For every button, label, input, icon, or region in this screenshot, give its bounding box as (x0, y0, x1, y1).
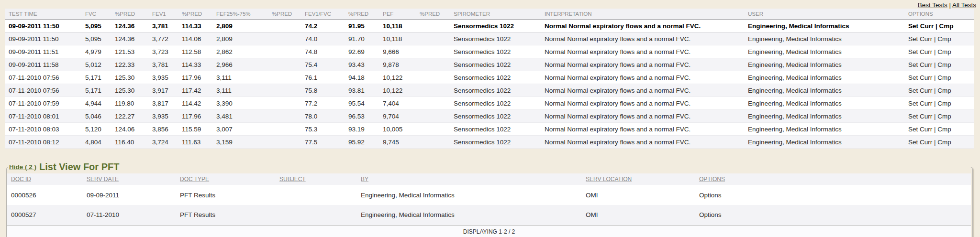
pft-test-row: 07-11-2010 08:035,120124.063,856115.593,… (5, 123, 974, 136)
pft-cell-fvc: 4,944 (81, 97, 111, 110)
pft-cell-pef: 10,122 (379, 84, 416, 97)
set-curr-link[interactable]: Set Curr (908, 126, 932, 133)
pft-cell-pef: 7,404 (379, 97, 416, 110)
pft-cell-test-time: 07-11-2010 07:56 (5, 71, 81, 84)
pft-col-fef25-75: FEF25%-75% (212, 9, 268, 20)
pft-cell-pred: 125.30 (111, 84, 148, 97)
pft-col-options: OPTIONS (904, 9, 974, 20)
pft-cell-fvc: 5,171 (81, 71, 111, 84)
pft-cell-pred: 125.30 (111, 71, 148, 84)
doc-col-subject[interactable]: SUBJECT (276, 173, 357, 185)
pft-cell-fef25-75: 3,111 (212, 84, 268, 97)
pft-cell-pef: 10,005 (379, 123, 416, 136)
pft-cell-test-time: 07-11-2010 07:56 (5, 84, 81, 97)
set-curr-link[interactable]: Set Curr (908, 100, 932, 107)
pft-test-row: 07-11-2010 08:124,804116.403,724111.633,… (5, 136, 974, 149)
set-curr-link[interactable]: Set Curr (908, 87, 932, 94)
pft-cell-fvc: 5,046 (81, 110, 111, 123)
doc-cell-doc-id: 0000527 (7, 205, 83, 225)
cmp-link[interactable]: Cmp (937, 61, 951, 68)
pft-test-row: 07-11-2010 07:594,944119.803,817114.423,… (5, 97, 974, 110)
pft-cell-pef: 9,878 (379, 58, 416, 71)
cmp-link[interactable]: Cmp (937, 35, 951, 43)
pft-results-table: TEST TIMEFVC%PREDFEV1%PREDFEF25%-75%%PRE… (5, 9, 974, 149)
pft-cell-pred: 124.36 (111, 20, 148, 32)
doc-cell-serv-location: OMI (582, 185, 695, 205)
cmp-link[interactable]: Cmp (937, 48, 951, 55)
pft-cell-fev1-fvc: 78.0 (301, 110, 345, 123)
doc-col-serv-date[interactable]: SERV DATE (83, 173, 176, 185)
pft-cell-pred: 122.27 (111, 110, 148, 123)
cmp-link[interactable]: Cmp (937, 113, 951, 120)
pft-cell-fev1: 3,724 (148, 136, 178, 149)
list-view-fieldset: Hide ( 2 )List View For PFT DOC IDSERV D… (6, 162, 973, 237)
pft-cell-fev1: 3,772 (148, 32, 178, 45)
set-curr-link[interactable]: Set Curr (908, 139, 932, 146)
pft-cell-fvc: 5,120 (81, 123, 111, 136)
pft-cell-pred (268, 71, 301, 84)
pft-cell-pred: 94.18 (345, 71, 379, 84)
pft-col-pef: PEF (379, 9, 416, 20)
list-view-title: List View For PFT (39, 162, 119, 172)
pft-cell-pred (268, 123, 301, 136)
pft-cell-fvc: 4,979 (81, 45, 111, 58)
pft-cell-fev1: 3,781 (148, 20, 178, 32)
cmp-link[interactable]: Cmp (937, 74, 951, 81)
pft-cell-options: Set Curr | Cmp (904, 110, 974, 123)
pft-cell-spirometer: Sensormedics 1022 (450, 136, 541, 149)
cmp-link[interactable]: Cmp (937, 87, 951, 94)
pft-cell-fev1-fvc: 74.2 (301, 20, 345, 32)
pft-cell-pred (416, 71, 450, 84)
pft-cell-pred (416, 123, 450, 136)
pft-cell-pred: 122.33 (111, 58, 148, 71)
pft-test-row: 07-11-2010 08:015,046122.273,935117.963,… (5, 110, 974, 123)
doc-col-doc-type[interactable]: DOC TYPE (176, 173, 276, 185)
doc-cell-by: Engineering, Medical Informatics (357, 205, 582, 225)
options-link[interactable]: Options (699, 211, 722, 218)
doc-col-serv-location[interactable]: SERV LOCATION (582, 173, 695, 185)
pft-cell-fvc: 5,171 (81, 84, 111, 97)
list-view-legend: Hide ( 2 )List View For PFT (8, 162, 123, 172)
pft-cell-pred (416, 84, 450, 97)
pft-cell-fef25-75: 2,966 (212, 58, 268, 71)
options-link[interactable]: Options (699, 192, 722, 199)
pft-cell-interpretation: Normal Normal expiratory flows and a nor… (541, 136, 744, 149)
pft-cell-pef: 9,666 (379, 45, 416, 58)
pft-cell-pred (268, 136, 301, 149)
pft-test-row: 07-11-2010 07:565,171125.303,917117.423,… (5, 84, 974, 97)
doc-col-options[interactable]: OPTIONS (695, 173, 971, 185)
pft-cell-fev1-fvc: 77.2 (301, 97, 345, 110)
set-curr-link[interactable]: Set Curr (908, 74, 932, 81)
pft-cell-interpretation: Normal Normal expiratory flows and a nor… (541, 71, 744, 84)
options-separator: | (932, 139, 937, 146)
cmp-link[interactable]: Cmp (937, 126, 951, 133)
doc-col-by[interactable]: BY (357, 173, 582, 185)
cmp-link[interactable]: Cmp (937, 139, 951, 146)
pft-cell-spirometer: Sensormedics 1022 (450, 58, 541, 71)
doc-col-doc-id[interactable]: DOC ID (7, 173, 83, 185)
pft-cell-fef25-75: 2,809 (212, 20, 268, 32)
pft-cell-fvc: 5,095 (81, 20, 111, 32)
paging-status: DISPLAYING 1-2 / 2 (7, 225, 971, 237)
set-curr-link[interactable]: Set Curr (908, 48, 932, 55)
pft-cell-spirometer: Sensormedics 1022 (450, 20, 541, 32)
pft-cell-pred (268, 110, 301, 123)
pft-cell-fev1: 3,917 (148, 84, 178, 97)
all-tests-link[interactable]: All Tests (952, 1, 976, 9)
pft-cell-pred (416, 20, 450, 32)
set-curr-link[interactable]: Set Curr (908, 113, 932, 120)
pft-cell-pred: 114.33 (178, 58, 212, 71)
cmp-link[interactable]: Cmp (939, 22, 954, 30)
best-tests-link[interactable]: Best Tests (918, 1, 947, 9)
cmp-link[interactable]: Cmp (937, 100, 951, 107)
set-curr-link[interactable]: Set Curr (908, 61, 932, 68)
pft-col-spirometer: SPIROMETER (450, 9, 541, 20)
doc-footer-row: DISPLAYING 1-2 / 2 (7, 225, 971, 237)
pft-cell-test-time: 09-09-2011 11:50 (5, 32, 81, 45)
options-separator: | (932, 61, 937, 68)
pft-cell-pred (416, 97, 450, 110)
set-curr-link[interactable]: Set Curr (908, 22, 934, 30)
hide-toggle-link[interactable]: Hide ( 2 ) (9, 163, 36, 171)
pft-cell-pred: 95.92 (345, 136, 379, 149)
set-curr-link[interactable]: Set Curr (908, 35, 932, 43)
